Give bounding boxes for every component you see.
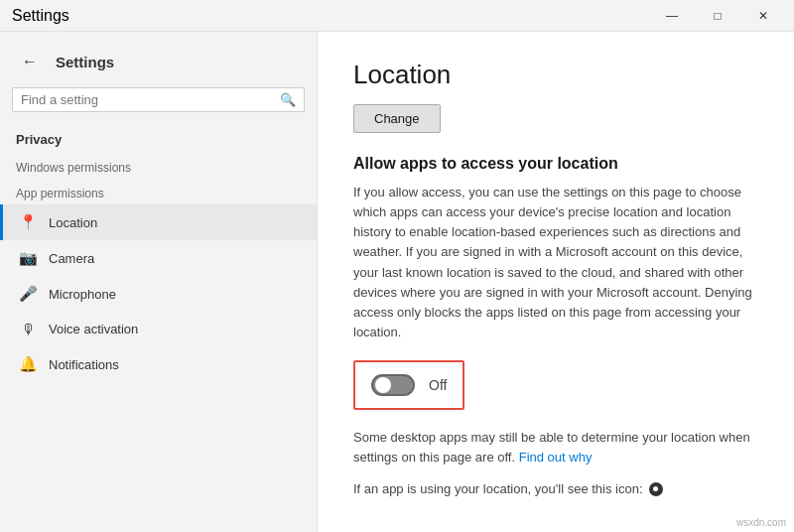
back-arrow-icon: ← <box>22 53 38 70</box>
page-title: Location <box>353 60 758 90</box>
app-permissions-label: App permissions <box>0 179 317 204</box>
maximize-button[interactable]: □ <box>695 0 740 32</box>
sidebar-item-camera-label: Camera <box>49 251 94 266</box>
search-icon: 🔍 <box>280 92 296 107</box>
toggle-state-label: Off <box>429 377 447 393</box>
sidebar-item-microphone-label: Microphone <box>49 287 116 302</box>
sidebar-item-microphone[interactable]: 🎤 Microphone <box>0 276 317 312</box>
watermark: wsxdn.com <box>736 517 786 528</box>
sidebar-item-voice-activation[interactable]: 🎙 Voice activation <box>0 312 317 346</box>
sidebar-item-location-label: Location <box>49 215 97 230</box>
toggle-area: Off <box>353 360 464 410</box>
app-window: ← Settings 🔍 Privacy Windows permissions… <box>0 32 794 532</box>
location-toggle[interactable] <box>371 374 415 396</box>
sidebar-item-notifications-label: Notifications <box>49 357 119 372</box>
windows-permissions-label: Windows permissions <box>0 153 317 179</box>
footer-text-1: Some desktop apps may still be able to d… <box>353 428 758 467</box>
sidebar-item-location[interactable]: 📍 Location <box>0 204 317 240</box>
voice-activation-icon: 🎙 <box>19 321 37 337</box>
sidebar-item-notifications[interactable]: 🔔 Notifications <box>0 346 317 382</box>
icon-note: If an app is using your location, you'll… <box>353 481 758 496</box>
sidebar-item-camera[interactable]: 📷 Camera <box>0 240 317 276</box>
change-button[interactable]: Change <box>353 104 441 133</box>
description-text: If you allow access, you can use the set… <box>353 183 758 342</box>
title-bar-left: Settings <box>12 7 69 25</box>
location-dot-icon <box>649 482 663 496</box>
location-icon: 📍 <box>19 213 37 231</box>
microphone-icon: 🎤 <box>19 285 37 303</box>
title-bar-controls: — □ ✕ <box>649 0 786 32</box>
sidebar-header: ← Settings <box>0 32 317 83</box>
back-button[interactable]: ← <box>16 48 44 75</box>
sidebar-app-title: Settings <box>56 54 114 70</box>
title-bar-title: Settings <box>12 7 69 25</box>
title-bar: Settings — □ ✕ <box>0 0 794 32</box>
sidebar: ← Settings 🔍 Privacy Windows permissions… <box>0 32 318 532</box>
minimize-button[interactable]: — <box>649 0 695 32</box>
sidebar-privacy-label: Privacy <box>0 124 317 153</box>
close-button[interactable]: ✕ <box>740 0 786 32</box>
search-box: 🔍 <box>12 87 305 112</box>
notifications-icon: 🔔 <box>19 355 37 373</box>
content-area: Location Change Allow apps to access you… <box>318 32 794 532</box>
camera-icon: 📷 <box>19 249 37 267</box>
search-input[interactable] <box>21 92 280 107</box>
section-title: Allow apps to access your location <box>353 155 758 173</box>
sidebar-item-voice-activation-label: Voice activation <box>49 322 138 336</box>
find-out-link[interactable]: Find out why <box>519 450 593 465</box>
